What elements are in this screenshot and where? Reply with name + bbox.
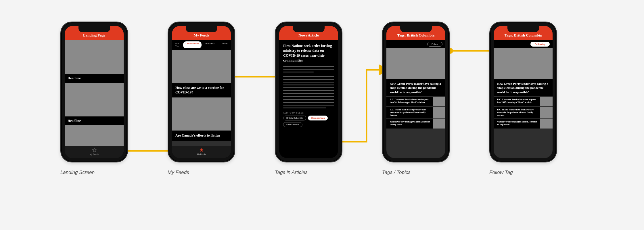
image-placeholder	[65, 83, 124, 116]
tab-bar: My Feeds	[65, 146, 124, 158]
follow-button[interactable]: Follow	[427, 42, 442, 47]
caption-landing: Landing Screen	[60, 170, 95, 175]
tag-coronavirus[interactable]: Coronavirus	[308, 116, 328, 120]
hero-image-placeholder	[494, 48, 553, 79]
star-outline-icon	[92, 147, 97, 153]
diagram-canvas: Landing Page Headline Headline My Feeds	[0, 0, 644, 230]
tag-lead-story[interactable]: New Green Party leader says calling a sn…	[494, 79, 553, 96]
segment-for-you[interactable]: For You	[173, 41, 182, 48]
list-item[interactable]: B.C. to add team-based primary care netw…	[386, 106, 445, 118]
phone-landing: Landing Page Headline Headline My Feeds	[60, 22, 128, 162]
caption-my-feeds: My Feeds	[168, 170, 189, 175]
feed-segments: For You Coronavirus Business Travel	[172, 40, 231, 50]
segment-coronavirus[interactable]: Coronavirus	[183, 41, 201, 48]
tag-lead-story[interactable]: New Green Party leader says calling a sn…	[386, 79, 445, 96]
caption-tags-articles: Tags in Articles	[275, 170, 308, 175]
headline-2[interactable]: Headline	[65, 116, 124, 125]
segment-business[interactable]: Business	[203, 41, 217, 48]
phone-tag-following: Tags: British Columbia Following New Gre…	[489, 22, 557, 162]
image-placeholder	[65, 125, 124, 146]
story-image-placeholder	[172, 50, 231, 83]
feed-story-2[interactable]: Are Canada's efforts to flatten	[172, 131, 231, 141]
headline-1[interactable]: Headline	[65, 74, 124, 83]
hero-image-placeholder	[386, 48, 445, 79]
tab-bar: My Feeds	[172, 146, 231, 158]
add-to-feeds-label: ADD TO MY FEEDS:	[283, 112, 334, 114]
list-item[interactable]: B.C. to add team-based primary care netw…	[494, 106, 553, 118]
tag-first-nations[interactable]: First Nations	[283, 122, 302, 127]
story-image-placeholder	[172, 97, 231, 131]
following-button[interactable]: Following	[530, 42, 550, 47]
caption-follow-tag: Follow Tag	[489, 170, 513, 175]
list-item[interactable]: Vancouver city manager Sadhu Johnston to…	[494, 118, 553, 129]
caption-tags-topics: Tags / Topics	[382, 170, 411, 175]
phone-my-feeds: My Feeds For You Coronavirus Business Tr…	[168, 22, 235, 162]
article-title: First Nations seek order forcing ministr…	[283, 40, 334, 66]
star-filled-icon	[199, 147, 204, 153]
tab-my-feeds[interactable]: My Feeds	[86, 147, 103, 155]
tab-label: My Feeds	[197, 153, 206, 155]
list-item[interactable]: B.C. Coroners Service launches inquest i…	[494, 96, 553, 106]
segment-travel[interactable]: Travel	[219, 41, 230, 48]
hero-image-placeholder	[65, 40, 124, 74]
phone-article: News Article First Nations seek order fo…	[275, 22, 342, 162]
list-item[interactable]: B.C. Coroners Service launches inquest i…	[386, 96, 445, 106]
tab-label: My Feeds	[90, 153, 99, 155]
tab-my-feeds-active[interactable]: My Feeds	[193, 147, 210, 155]
list-item[interactable]: Vancouver city manager Sadhu Johnston to…	[386, 118, 445, 129]
phone-tag-follow: Tags: British Columbia Follow New Green …	[382, 22, 450, 162]
article-tags: British Columbia Coronavirus First Natio…	[283, 116, 334, 127]
tag-british-columbia[interactable]: British Columbia	[283, 116, 306, 120]
feed-story-1[interactable]: How close are we to a vaccine for COVID-…	[172, 83, 231, 97]
